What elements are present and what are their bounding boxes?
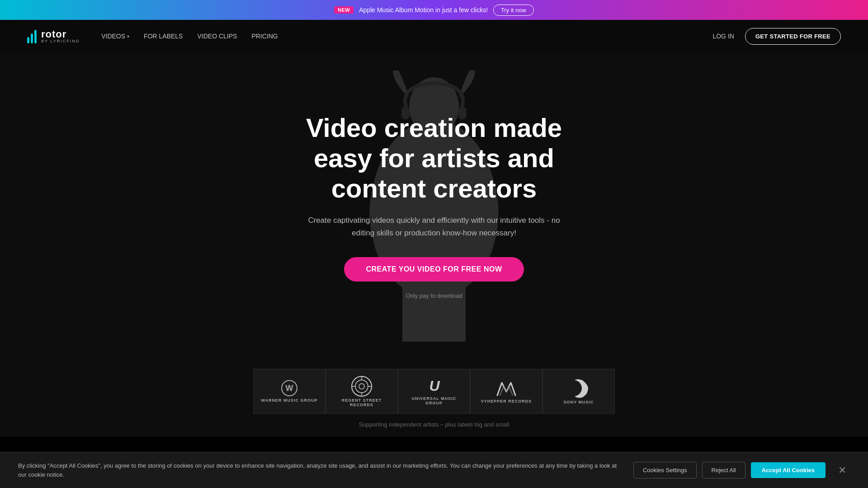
- logo-bar-2: [31, 33, 33, 43]
- warner-logo-inner: W WARNER MUSIC GROUP: [261, 380, 317, 403]
- top-banner: NEW Apple Music Album Motion in just a f…: [0, 0, 868, 20]
- logo-card-regent: REGENT STREET RECORDS: [326, 369, 398, 414]
- logo-bar-3: [34, 30, 37, 43]
- universal-label: UNIVERSAL MUSIC GROUP: [404, 396, 464, 405]
- logo-name: rotor: [41, 29, 80, 39]
- logo-sub: BY LYRICFIND: [41, 39, 80, 43]
- login-button[interactable]: LOG IN: [712, 33, 734, 40]
- regent-label: REGENT STREET RECORDS: [331, 398, 392, 407]
- supporting-text: Supporting independent artists – plus la…: [359, 421, 509, 428]
- logo-icon: [27, 29, 37, 43]
- vyhepper-label: VYHEPPER RECORDS: [481, 399, 532, 404]
- create-video-button[interactable]: CREATE YOU VIDEO FOR FREE NOW: [344, 257, 524, 282]
- universal-logo-inner: U UNIVERSAL MUSIC GROUP: [404, 378, 464, 405]
- universal-u-icon: U: [429, 378, 439, 394]
- hero-subtitle: Create captivating videos quickly and ef…: [307, 214, 561, 239]
- logo-card-vyhepper: VYHEPPER RECORDS: [470, 369, 542, 414]
- logos-section: W WARNER MUSIC GROUP: [0, 360, 868, 437]
- get-started-button[interactable]: GET STARTED FOR FREE: [745, 28, 841, 45]
- navbar: rotor BY LYRICFIND VIDEOS ▾ FOR LABELS V…: [0, 20, 868, 52]
- nav-links: VIDEOS ▾ FOR LABELS VIDEO CLIPS PRICING: [101, 33, 712, 40]
- universal-icon: U UNIVERSAL MUSIC GROUP: [404, 378, 464, 405]
- regent-icon: REGENT STREET RECORDS: [331, 375, 392, 407]
- vyhepper-logo-inner: VYHEPPER RECORDS: [481, 379, 532, 404]
- chevron-down-icon: ▾: [127, 34, 129, 39]
- svg-point-5: [359, 384, 364, 389]
- regent-street-icon: [351, 375, 373, 397]
- logo-text: rotor BY LYRICFIND: [41, 29, 80, 43]
- nav-link-pricing[interactable]: PRICING: [251, 33, 278, 40]
- banner-message: Apple Music Album Motion in just a few c…: [359, 6, 488, 14]
- nav-link-video-clips[interactable]: VIDEO CLIPS: [197, 33, 237, 40]
- sony-label: SONY MUSIC: [564, 400, 594, 404]
- vyhepper-icon: [495, 379, 517, 397]
- new-badge: NEW: [334, 6, 354, 14]
- logo[interactable]: rotor BY LYRICFIND: [27, 29, 80, 43]
- warner-circle-icon: W: [281, 380, 297, 396]
- logo-card-warner: W WARNER MUSIC GROUP: [253, 369, 326, 414]
- warner-label: WARNER MUSIC GROUP: [261, 398, 317, 403]
- logo-card-universal: U UNIVERSAL MUSIC GROUP: [398, 369, 470, 414]
- hero-content: Video creation made easy for artists and…: [271, 86, 597, 326]
- regent-logo-inner: REGENT STREET RECORDS: [331, 375, 392, 407]
- banner-cta-button[interactable]: Try it now: [493, 5, 534, 16]
- logo-bar-1: [27, 37, 29, 43]
- nav-link-for-labels[interactable]: FOR LABELS: [144, 33, 183, 40]
- nav-right: LOG IN GET STARTED FOR FREE: [712, 28, 841, 45]
- logo-card-sony: SONY MUSIC: [542, 369, 615, 414]
- svg-point-4: [355, 380, 368, 393]
- only-pay-text: Only pay to download: [280, 292, 588, 299]
- hero-title: Video creation made easy for artists and…: [280, 113, 588, 203]
- hero-section: Video creation made easy for artists and…: [0, 52, 868, 360]
- nav-link-videos[interactable]: VIDEOS ▾: [101, 33, 129, 40]
- sony-logo-inner: SONY MUSIC: [564, 378, 594, 404]
- logos-row: W WARNER MUSIC GROUP: [253, 369, 615, 414]
- sony-icon: [569, 378, 588, 398]
